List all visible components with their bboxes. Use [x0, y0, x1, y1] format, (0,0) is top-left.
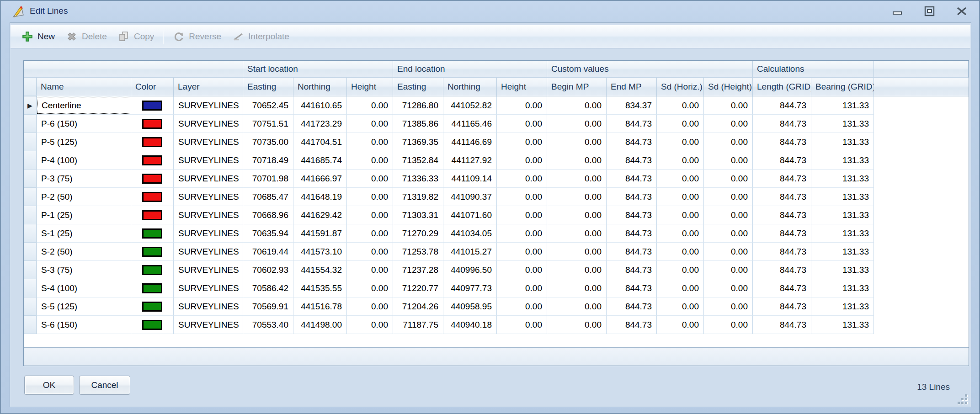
value-cell[interactable]: 0.00 [657, 243, 704, 261]
value-cell[interactable]: 844.73 [753, 316, 811, 334]
current-row-indicator[interactable]: ▶ [24, 96, 37, 115]
name-cell[interactable]: P-4 (100) [37, 151, 131, 170]
column-header-northing[interactable]: Northing [443, 78, 497, 96]
value-cell[interactable]: 0.00 [497, 316, 547, 334]
value-cell[interactable]: 441015.27 [443, 243, 497, 261]
layer-cell[interactable]: SURVEYLINES [174, 316, 243, 334]
value-cell[interactable]: 844.73 [607, 115, 657, 133]
value-cell[interactable]: 441146.69 [443, 133, 497, 151]
layer-cell[interactable]: SURVEYLINES [174, 96, 243, 115]
value-cell[interactable]: 440996.50 [443, 261, 497, 279]
value-cell[interactable]: 0.00 [704, 96, 753, 115]
value-cell[interactable]: 0.00 [657, 316, 704, 334]
layer-cell[interactable]: SURVEYLINES [174, 151, 243, 170]
value-cell[interactable]: 0.00 [547, 170, 607, 188]
value-cell[interactable]: 441685.74 [293, 151, 347, 170]
value-cell[interactable]: 844.73 [753, 297, 811, 316]
name-cell[interactable]: P-1 (25) [37, 206, 131, 224]
value-cell[interactable]: 844.73 [753, 243, 811, 261]
layer-cell[interactable]: SURVEYLINES [174, 206, 243, 224]
value-cell[interactable]: 0.00 [657, 170, 704, 188]
value-cell[interactable]: 0.00 [704, 188, 753, 206]
value-cell[interactable]: 440958.95 [443, 297, 497, 316]
value-cell[interactable]: 131.33 [811, 151, 874, 170]
value-cell[interactable]: 0.00 [657, 261, 704, 279]
value-cell[interactable]: 0.00 [547, 279, 607, 297]
value-cell[interactable]: 844.73 [607, 224, 657, 243]
value-cell[interactable]: 70553.40 [243, 316, 293, 334]
value-cell[interactable]: 0.00 [704, 243, 753, 261]
value-cell[interactable]: 0.00 [497, 297, 547, 316]
value-cell[interactable]: 70685.47 [243, 188, 293, 206]
value-cell[interactable]: 441648.19 [293, 188, 347, 206]
value-cell[interactable]: 0.00 [657, 188, 704, 206]
row-indicator[interactable] [24, 206, 37, 224]
value-cell[interactable]: 0.00 [657, 96, 704, 115]
value-cell[interactable]: 131.33 [811, 224, 874, 243]
value-cell[interactable]: 0.00 [704, 279, 753, 297]
row-indicator[interactable] [24, 243, 37, 261]
color-cell[interactable] [131, 243, 174, 261]
name-cell[interactable]: S-4 (100) [37, 279, 131, 297]
value-cell[interactable]: 0.00 [347, 170, 393, 188]
value-cell[interactable]: 0.00 [497, 188, 547, 206]
value-cell[interactable]: 844.73 [607, 206, 657, 224]
value-cell[interactable]: 441666.97 [293, 170, 347, 188]
color-cell[interactable] [131, 188, 174, 206]
value-cell[interactable]: 0.00 [657, 206, 704, 224]
value-cell[interactable]: 844.73 [753, 96, 811, 115]
value-cell[interactable]: 441610.65 [293, 96, 347, 115]
value-cell[interactable]: 844.73 [607, 243, 657, 261]
value-cell[interactable]: 71204.26 [393, 297, 443, 316]
value-cell[interactable]: 441704.51 [293, 133, 347, 151]
color-cell[interactable] [131, 96, 174, 115]
value-cell[interactable]: 0.00 [347, 96, 393, 115]
column-header-layer[interactable]: Layer [174, 78, 243, 96]
value-cell[interactable]: 0.00 [657, 151, 704, 170]
value-cell[interactable]: 71220.77 [393, 279, 443, 297]
value-cell[interactable]: 0.00 [704, 133, 753, 151]
value-cell[interactable]: 0.00 [497, 243, 547, 261]
color-cell[interactable] [131, 133, 174, 151]
value-cell[interactable]: 0.00 [347, 316, 393, 334]
value-cell[interactable]: 0.00 [704, 224, 753, 243]
name-cell[interactable]: S-1 (25) [37, 224, 131, 243]
column-header-height[interactable]: Height [497, 78, 547, 96]
value-cell[interactable]: 441165.46 [443, 115, 497, 133]
value-cell[interactable]: 0.00 [547, 151, 607, 170]
value-cell[interactable]: 844.73 [753, 188, 811, 206]
close-button[interactable] [956, 6, 968, 17]
reverse-button[interactable]: Reverse [167, 29, 227, 44]
value-cell[interactable]: 441034.05 [443, 224, 497, 243]
value-cell[interactable]: 0.00 [657, 115, 704, 133]
value-cell[interactable]: 0.00 [347, 133, 393, 151]
color-cell[interactable] [131, 170, 174, 188]
value-cell[interactable]: 0.00 [347, 224, 393, 243]
value-cell[interactable]: 440977.73 [443, 279, 497, 297]
column-header-name[interactable]: Name [37, 78, 131, 96]
value-cell[interactable]: 70735.00 [243, 133, 293, 151]
value-cell[interactable]: 70701.98 [243, 170, 293, 188]
value-cell[interactable]: 0.00 [704, 316, 753, 334]
row-indicator[interactable] [24, 188, 37, 206]
column-header-northing[interactable]: Northing [293, 78, 347, 96]
color-cell[interactable] [131, 151, 174, 170]
resize-grip[interactable] [956, 393, 967, 404]
value-cell[interactable]: 131.33 [811, 243, 874, 261]
row-indicator[interactable] [24, 133, 37, 151]
value-cell[interactable]: 0.00 [497, 261, 547, 279]
value-cell[interactable]: 441554.32 [293, 261, 347, 279]
name-cell[interactable]: P-6 (150) [37, 115, 131, 133]
value-cell[interactable]: 0.00 [704, 261, 753, 279]
row-indicator[interactable] [24, 151, 37, 170]
value-cell[interactable]: 0.00 [497, 224, 547, 243]
value-cell[interactable]: 441071.60 [443, 206, 497, 224]
value-cell[interactable]: 131.33 [811, 316, 874, 334]
value-cell[interactable]: 131.33 [811, 96, 874, 115]
value-cell[interactable]: 0.00 [547, 206, 607, 224]
value-cell[interactable]: 0.00 [657, 224, 704, 243]
value-cell[interactable]: 0.00 [497, 151, 547, 170]
value-cell[interactable]: 844.73 [753, 115, 811, 133]
value-cell[interactable]: 0.00 [704, 151, 753, 170]
value-cell[interactable]: 70668.96 [243, 206, 293, 224]
